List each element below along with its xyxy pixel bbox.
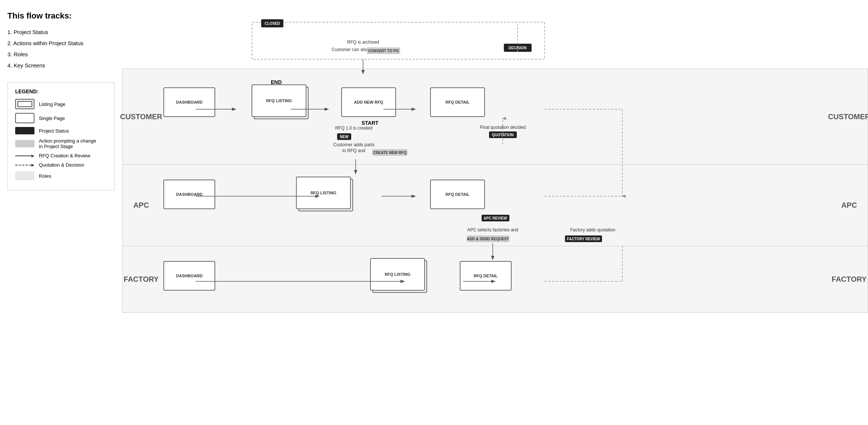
customer-dashboard-node: DASHBOARD — [163, 87, 215, 117]
legend-item-roles: Roles — [15, 171, 107, 180]
apc-lane-content: DASHBOARD RFQ LISTING RFQ DETAIL — [160, 165, 831, 246]
customer-dashboard-label: DASHBOARD — [176, 100, 203, 104]
customer-add-new-rfq-node: ADD NEW RFQ — [341, 87, 396, 117]
roles-icon — [15, 171, 34, 180]
factory-label-right: FACTORY — [831, 246, 868, 312]
legend-label-status: Project Status — [39, 128, 69, 134]
single-page-icon — [15, 113, 34, 123]
svg-text:DECISION: DECISION — [509, 46, 526, 50]
factory-lane: FACTORY DASHBOARD RFQ LISTING — [122, 246, 868, 313]
svg-text:CONVERT TO PO: CONVERT TO PO — [368, 49, 399, 53]
legend-item-dashed-arrow: ▶ Quotation & Decision — [15, 162, 107, 168]
customer-rfq-listing-outer: RFQ LISTING — [252, 84, 306, 117]
action-icon — [15, 140, 34, 147]
svg-text:CLOSED: CLOSED — [265, 21, 280, 26]
customer-add-new-rfq-label: ADD NEW RFQ — [354, 100, 383, 104]
intro-item-3: 3. Roles — [7, 49, 115, 60]
apc-dashboard-node: DASHBOARD — [163, 180, 215, 209]
factory-rfq-listing-outer: RFQ LISTING — [370, 258, 425, 291]
svg-text:Customer can also: Customer can also — [332, 47, 369, 52]
intro-item-1: 1. Project Status — [7, 27, 115, 38]
factory-label-left: FACTORY — [123, 246, 160, 312]
factory-dashboard-label: DASHBOARD — [176, 274, 203, 278]
legend-label-single: Single Page — [39, 116, 65, 121]
apc-label-right: APC — [831, 165, 868, 246]
factory-dashboard-node: DASHBOARD — [163, 261, 215, 291]
customer-label-right: CUSTOMER — [831, 69, 868, 164]
legend-label-dashed: Quotation & Decision — [39, 162, 84, 168]
svg-rect-7 — [367, 47, 400, 54]
intro-item-2: 2. Actions within Project Status — [7, 38, 115, 49]
legend-item-status: Project Status — [15, 127, 107, 134]
legend-label-listing: Listing Page — [39, 101, 66, 107]
apc-rfq-detail-node: RFQ DETAIL — [430, 180, 485, 209]
factory-rfq-listing-node: RFQ LISTING — [370, 258, 425, 291]
solid-arrow-icon — [15, 154, 34, 158]
left-panel: This flow tracks: 1. Project Status 2. A… — [0, 0, 122, 425]
apc-label-left: APC — [123, 165, 160, 246]
diagram-wrapper: CLOSED DECISION RFQ is archived Customer… — [122, 0, 868, 425]
legend-label-action: Action prompting a changein Project Stag… — [39, 138, 96, 149]
legend-box: LEGEND: Listing Page Single Page Project… — [7, 82, 115, 190]
intro-list: 1. Project Status 2. Actions within Proj… — [7, 27, 115, 71]
intro-title: This flow tracks: — [7, 11, 115, 21]
svg-rect-3 — [504, 44, 532, 52]
factory-rfq-listing-label: RFQ LISTING — [385, 272, 410, 277]
svg-rect-1 — [261, 19, 283, 27]
customer-rfq-listing-label: RFQ LISTING — [266, 98, 292, 103]
intro-item-4: 4. Key Screens — [7, 60, 115, 71]
apc-rfq-listing-label: RFQ LISTING — [310, 191, 336, 195]
dashed-arrow-icon: ▶ — [15, 163, 34, 167]
legend-item-solid-arrow: RFQ Creation & Review — [15, 153, 107, 158]
factory-rfq-detail-node: RFQ DETAIL — [460, 261, 512, 291]
legend-title: LEGEND: — [15, 88, 107, 94]
customer-rfq-listing-node: RFQ LISTING — [252, 84, 306, 117]
legend-item-single: Single Page — [15, 113, 107, 123]
start-label: START — [362, 120, 379, 126]
factory-rfq-detail-label: RFQ DETAIL — [473, 274, 498, 278]
svg-text:RFQ is archived: RFQ is archived — [347, 40, 379, 45]
lanes-container: CUSTOMER DASHBOARD RFQ LISTING END — [122, 68, 868, 313]
customer-rfq-detail-node: RFQ DETAIL — [430, 87, 485, 117]
customer-lane: CUSTOMER DASHBOARD RFQ LISTING END — [122, 68, 868, 165]
project-status-icon — [15, 127, 34, 134]
apc-rfq-listing-node: RFQ LISTING — [296, 177, 351, 209]
listing-page-icon — [15, 99, 34, 109]
legend-item-listing: Listing Page — [15, 99, 107, 109]
apc-rfq-listing-outer: RFQ LISTING — [296, 177, 351, 209]
apc-rfq-detail-label: RFQ DETAIL — [445, 192, 469, 197]
customer-rfq-detail-label: RFQ DETAIL — [445, 100, 469, 104]
factory-lane-content: DASHBOARD RFQ LISTING RFQ DETAIL — [160, 246, 831, 312]
svg-rect-0 — [252, 22, 545, 59]
apc-lane: APC DASHBOARD RFQ LISTING — [122, 165, 868, 246]
customer-label-left: CUSTOMER — [123, 69, 160, 164]
legend-label-roles: Roles — [39, 173, 51, 179]
apc-dashboard-label: DASHBOARD — [176, 192, 203, 197]
legend-label-solid: RFQ Creation & Review — [39, 153, 90, 158]
legend-item-action: Action prompting a changein Project Stag… — [15, 138, 107, 149]
customer-lane-content: DASHBOARD RFQ LISTING END ADD NEW RFQ — [160, 69, 831, 164]
main-container: This flow tracks: 1. Project Status 2. A… — [0, 0, 868, 425]
